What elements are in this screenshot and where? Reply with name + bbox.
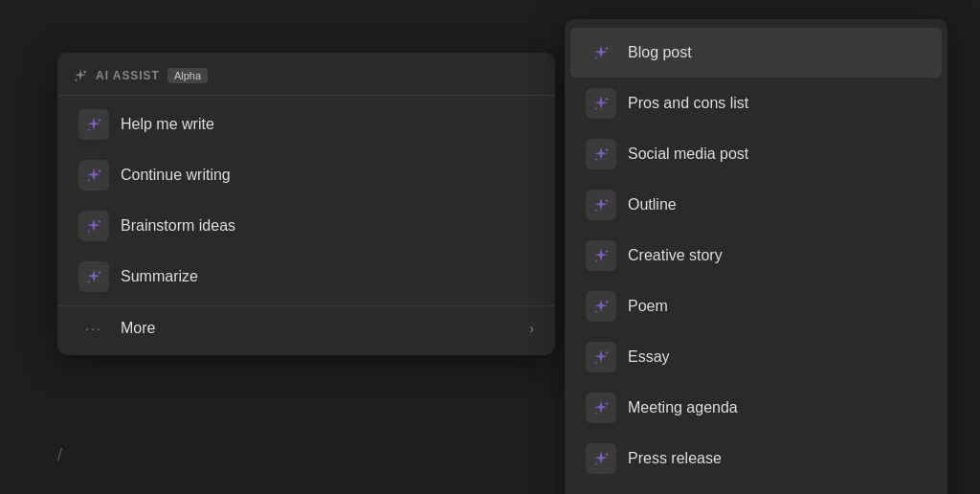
brainstorm-ideas-label: Brainstorm ideas: [121, 217, 235, 235]
outline-icon-box: [586, 190, 616, 220]
ai-assist-label: AI ASSIST: [96, 69, 160, 82]
menu-item-continue-writing[interactable]: Continue writing: [63, 150, 549, 200]
social-media-icon-box: [586, 139, 616, 169]
pros-cons-sparkle-icon: [592, 95, 610, 112]
more-label: More: [121, 320, 155, 337]
menu-item-outline[interactable]: Outline: [570, 180, 942, 230]
blog-post-sparkle-icon: [592, 44, 610, 61]
menu-item-summarize[interactable]: Summarize: [63, 252, 549, 302]
menu-item-poem[interactable]: Poem: [570, 281, 942, 331]
brainstorm-sparkle-icon: [85, 217, 102, 235]
pros-cons-label: Pros and cons list: [628, 95, 748, 112]
dots-icon: ···: [78, 321, 109, 336]
summarize-label: Summarize: [121, 268, 198, 285]
brainstorm-icon-box: [78, 211, 109, 241]
menu-item-pros-and-cons[interactable]: Pros and cons list: [570, 79, 942, 128]
blog-post-icon-box: [586, 37, 616, 68]
continue-writing-icon-box: [78, 160, 109, 191]
menu-item-job-description[interactable]: Job description: [570, 484, 942, 494]
press-release-icon-box: [586, 443, 616, 474]
creative-story-sparkle-icon: [592, 247, 610, 264]
menu-item-social-media-post[interactable]: Social media post: [570, 129, 942, 179]
outline-sparkle-icon: [592, 196, 610, 213]
meeting-agenda-sparkle-icon: [592, 399, 610, 416]
meeting-agenda-label: Meeting agenda: [628, 399, 738, 416]
menu-divider: [57, 305, 555, 306]
help-me-write-label: Help me write: [121, 116, 214, 133]
creative-story-label: Creative story: [628, 247, 723, 264]
creative-story-icon-box: [586, 240, 616, 271]
alpha-badge: Alpha: [167, 68, 208, 83]
poem-sparkle-icon: [592, 298, 610, 315]
poem-icon-box: [586, 291, 616, 322]
menu-item-press-release[interactable]: Press release: [570, 434, 942, 483]
left-menu: AI ASSIST Alpha Help me write Continue w…: [57, 53, 555, 355]
menu-item-help-me-write[interactable]: Help me write: [63, 100, 549, 149]
menu-item-brainstorm-ideas[interactable]: Brainstorm ideas: [63, 201, 549, 251]
essay-sparkle-icon: [592, 348, 610, 366]
menu-item-essay[interactable]: Essay: [570, 332, 942, 382]
press-release-label: Press release: [628, 450, 722, 467]
summarize-sparkle-icon: [85, 268, 102, 285]
poem-label: Poem: [628, 298, 668, 315]
menu-item-more[interactable]: ··· More ›: [63, 310, 549, 347]
ai-assist-sparkle-icon: [73, 68, 88, 83]
right-menu: Blog post Pros and cons list Social medi…: [565, 19, 947, 494]
continue-writing-sparkle-icon: [85, 167, 102, 184]
menu-item-creative-story[interactable]: Creative story: [570, 231, 942, 281]
essay-icon-box: [586, 342, 616, 372]
chevron-right-icon: ›: [529, 321, 534, 336]
more-left: ··· More: [78, 320, 155, 337]
help-write-sparkle-icon: [85, 116, 102, 133]
social-media-post-label: Social media post: [628, 146, 748, 163]
ai-assist-header: AI ASSIST Alpha: [57, 60, 555, 96]
continue-writing-label: Continue writing: [121, 167, 231, 184]
summarize-icon-box: [78, 261, 109, 292]
menu-item-meeting-agenda[interactable]: Meeting agenda: [570, 383, 942, 433]
meeting-agenda-icon-box: [586, 393, 616, 423]
outline-label: Outline: [628, 196, 677, 213]
blog-post-label: Blog post: [628, 44, 692, 61]
help-write-icon-box: [78, 109, 109, 140]
menu-item-blog-post[interactable]: Blog post: [570, 28, 942, 78]
slash-text: /: [57, 445, 62, 465]
press-release-sparkle-icon: [592, 450, 610, 467]
essay-label: Essay: [628, 348, 670, 366]
social-media-sparkle-icon: [592, 146, 610, 163]
pros-cons-icon-box: [586, 88, 616, 119]
